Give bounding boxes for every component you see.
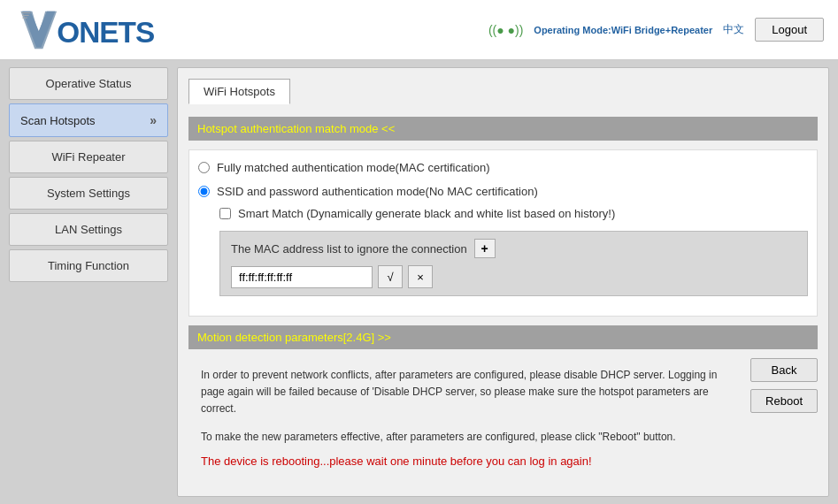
info-text-1: In order to prevent network conflicts, a… [201,367,727,418]
logo-image: ONETS [14,8,162,52]
sidebar-item-operative-status[interactable]: Operative Status [9,67,168,100]
sidebar-item-timing-function[interactable]: Timing Function [9,249,168,282]
logo: ONETS [14,8,162,52]
reboot-info-content: To make the new parameters effective, af… [201,431,676,443]
arrow-icon: » [150,113,157,127]
sidebar: Operative Status Scan Hotspots » WiFi Re… [0,60,177,504]
tab-bar: WiFi Hotspots [188,79,818,104]
radio-row-1: Fully matched authentication mode(MAC ce… [198,156,808,179]
mac-add-button[interactable]: + [474,239,496,258]
svg-marker-1 [22,11,55,47]
section2-header[interactable]: Motion detection parameters[2.4G] >> [188,325,818,349]
section1-header[interactable]: Hotspot authentication match mode << [188,117,818,141]
radio-mac-cert-label: Fully matched authentication mode(MAC ce… [217,161,490,174]
sidebar-item-wifi-repeater[interactable]: WiFi Repeater [9,141,168,173]
mac-header-row: The MAC address list to ignore the conne… [231,239,796,258]
action-buttons: Back Reboot [750,358,818,413]
mac-area: The MAC address list to ignore the conne… [219,231,808,296]
mac-confirm-button[interactable]: √ [378,265,403,288]
motion-detection-section: Motion detection parameters[2.4G] >> [188,325,818,349]
sidebar-item-label: WiFi Repeater [51,150,125,164]
svg-text:ONETS: ONETS [57,15,154,48]
smart-match-row: Smart Match (Dynamically generate black … [219,203,808,224]
operating-mode-label: Operating Mode: [534,25,611,35]
section1-content: Fully matched authentication mode(MAC ce… [188,149,818,317]
sidebar-item-system-settings[interactable]: System Settings [9,177,168,210]
tab-wifi-hotspots[interactable]: WiFi Hotspots [188,79,290,104]
sidebar-item-lan-settings[interactable]: LAN Settings [9,213,168,246]
header: ONETS ((● ●)) Operating Mode:WiFi Bridge… [0,0,838,60]
radio-mac-cert[interactable] [198,162,210,173]
section1-header-text: Hotspot authentication match mode << [197,122,395,135]
smart-match-checkbox[interactable] [219,208,231,219]
hotspot-auth-section: Hotspot authentication match mode << Ful… [188,117,818,317]
main-layout: Operative Status Scan Hotspots » WiFi Re… [0,60,838,504]
sidebar-item-label: Operative Status [46,77,132,90]
rebooting-status: The device is rebooting...please wait on… [201,453,727,471]
sidebar-item-scan-hotspots[interactable]: Scan Hotspots » [9,103,168,137]
mac-address-input[interactable] [231,266,373,288]
lang-switch[interactable]: 中文 [723,22,744,37]
operating-mode: Operating Mode:WiFi Bridge+Repeater [534,25,712,35]
content-area: WiFi Hotspots Hotspot authentication mat… [177,67,829,497]
info-section: In order to prevent network conflicts, a… [188,358,740,480]
section2-header-text: Motion detection parameters[2.4G] >> [197,331,391,344]
info-text-1-content: In order to prevent network conflicts, a… [201,369,717,415]
wifi-icon: ((● ●)) [488,23,523,37]
radio-ssid-cert-label: SSID and password authentication mode(No… [217,185,538,198]
info-action-area: In order to prevent network conflicts, a… [188,358,818,480]
reboot-button[interactable]: Reboot [750,389,818,413]
rebooting-text-content: The device is rebooting...please wait on… [201,454,592,468]
reboot-info-text: To make the new parameters effective, af… [201,429,727,446]
smart-match-label: Smart Match (Dynamically generate black … [238,207,615,220]
tab-label: WiFi Hotspots [204,85,275,98]
radio-row-2: SSID and password authentication mode(No… [198,179,808,203]
sidebar-item-label: System Settings [47,187,130,200]
sidebar-item-label: LAN Settings [55,223,122,236]
back-button[interactable]: Back [750,358,818,382]
mac-input-row: √ × [231,265,796,288]
header-right: ((● ●)) Operating Mode:WiFi Bridge+Repea… [488,18,824,42]
mac-list-label: The MAC address list to ignore the conne… [231,242,467,256]
sidebar-item-label: Timing Function [48,259,129,272]
mac-cancel-button[interactable]: × [408,265,433,288]
operating-mode-value: WiFi Bridge+Repeater [611,25,713,35]
logout-button[interactable]: Logout [755,18,824,42]
sidebar-item-label: Scan Hotspots [20,114,96,127]
radio-ssid-cert[interactable] [198,186,210,197]
